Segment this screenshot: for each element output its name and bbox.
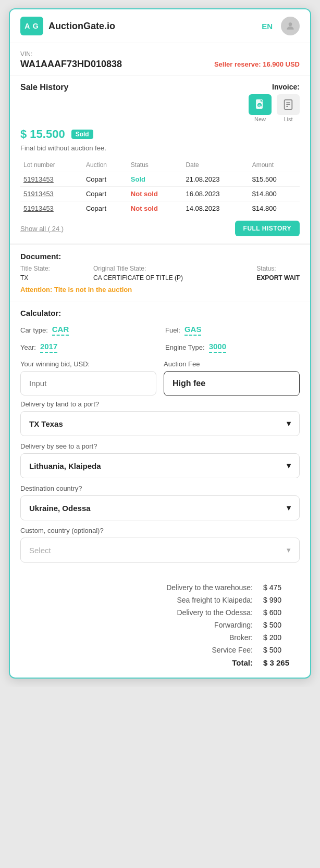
delivery-sea-label: Delivery by see to a port? — [20, 442, 300, 450]
lot-number[interactable]: 51913453 — [20, 172, 83, 187]
bid-row: $ 15.500 Sold — [20, 127, 300, 141]
show-all-link[interactable]: Show all ( 24 ) — [20, 225, 64, 233]
summary-row-label: Sea freight to Klaipeda: — [149, 596, 253, 604]
original-title-state-label: Original Title State: — [93, 265, 251, 272]
status-badge: Not sold — [128, 187, 183, 201]
status-badge: Not sold — [128, 201, 183, 216]
car-type-field: Car type: CAR — [20, 325, 155, 336]
chevron-down-icon-3: ▾ — [287, 503, 291, 513]
year-field: Year: 2017 — [20, 342, 155, 353]
sale-amount: $15.500 — [249, 172, 300, 187]
summary-row: Sea freight to Klaipeda: $ 990 — [20, 596, 300, 604]
document-title: Document: — [20, 252, 300, 261]
custom-placeholder: Select — [29, 546, 51, 555]
col-date: Date — [182, 159, 249, 172]
summary-row: Delivery to the warehouse: $ 475 — [20, 583, 300, 592]
title-state-value: TX — [20, 274, 88, 282]
delivery-land-label: Delivery by land to a port? — [20, 400, 300, 408]
bid-note: Final bid without auction fee. — [20, 144, 300, 152]
svg-text:$: $ — [259, 104, 261, 108]
summary-section: Delivery to the warehouse: $ 475 Sea fre… — [10, 576, 310, 678]
sale-date: 21.08.2023 — [182, 172, 249, 187]
destination-dropdown[interactable]: Ukraine, Odessa ▾ — [20, 495, 300, 520]
custom-dropdown[interactable]: Select ▾ — [20, 538, 300, 563]
summary-row-label: Service Fee: — [149, 646, 253, 654]
attention-text: Attention: Tite is not in the auction — [20, 286, 300, 293]
delivery-sea-dropdown[interactable]: Lithuania, Klaipeda ▾ — [20, 453, 300, 478]
header-right: EN — [262, 17, 300, 35]
fee-label: Auction Fee — [164, 360, 300, 368]
logo-box: A G — [20, 17, 43, 35]
full-history-button[interactable]: FULL HISTORY — [235, 221, 300, 236]
invoice-new-icon: $ — [249, 94, 272, 115]
car-type-label: Car type: — [20, 326, 48, 334]
summary-row-label: Broker: — [149, 633, 253, 642]
engine-type-label: Engine Type: — [165, 343, 205, 351]
summary-row: Broker: $ 200 — [20, 633, 300, 642]
invoice-new-button[interactable]: $ New — [249, 94, 272, 122]
vin-label: VIN: — [20, 50, 300, 58]
auction-name: Copart — [83, 187, 128, 201]
seller-reserve-value: 16.900 USD — [263, 60, 300, 68]
app-container: A G AuctionGate.io EN VIN: WA1AAAF73HD01… — [9, 8, 311, 679]
calculator-title: Calculator: — [20, 309, 300, 317]
logo-text: A G — [24, 22, 39, 30]
delivery-sea-section: Delivery by see to a port? Lithuania, Kl… — [20, 442, 300, 478]
fee-box: Auction Fee High fee — [164, 360, 300, 396]
destination-value: Ukraine, Odessa — [29, 504, 91, 513]
document-section: Document: Title State: Original Title St… — [10, 244, 310, 301]
sale-header-row: Sale History Invoice: $ New — [20, 83, 300, 122]
auction-name: Copart — [83, 172, 128, 187]
bid-input[interactable] — [20, 371, 156, 395]
invoice-buttons: $ New — [249, 94, 300, 122]
engine-type-value[interactable]: 3000 — [209, 342, 226, 353]
sale-title: Sale History — [20, 83, 68, 92]
fuel-value[interactable]: GAS — [184, 325, 202, 336]
summary-row-value: $ 600 — [263, 608, 300, 617]
engine-type-field: Engine Type: 3000 — [165, 342, 300, 353]
invoice-list-icon — [277, 94, 300, 115]
car-type-row: Car type: CAR Fuel: GAS — [20, 325, 300, 336]
status-badge: Sold — [128, 172, 183, 187]
lot-number[interactable]: 51913453 — [20, 201, 83, 216]
destination-section: Destination country? Ukraine, Odessa ▾ — [20, 484, 300, 520]
summary-row-value: $ 200 — [263, 633, 300, 642]
auction-name: Copart — [83, 201, 128, 216]
svg-point-0 — [289, 22, 292, 26]
summary-row-value: $ 500 — [263, 646, 300, 654]
original-title-state-value: CA CERTIFICATE OF TITLE (P) — [93, 274, 251, 282]
summary-row: Service Fee: $ 500 — [20, 646, 300, 654]
lot-number[interactable]: 51913453 — [20, 187, 83, 201]
delivery-land-value: TX Texas — [29, 419, 63, 428]
invoice-section: Invoice: $ New — [249, 83, 300, 122]
year-value[interactable]: 2017 — [40, 342, 57, 353]
delivery-land-dropdown[interactable]: TX Texas ▾ — [20, 411, 300, 436]
chevron-down-icon: ▾ — [287, 419, 291, 428]
invoice-list-button[interactable]: List — [277, 94, 300, 122]
summary-row-value: $ 990 — [263, 596, 300, 604]
doc-status-value: EXPORT WAIT — [256, 274, 300, 282]
doc-status-label: Status: — [256, 265, 300, 272]
col-auction: Auction — [83, 159, 128, 172]
language-selector[interactable]: EN — [262, 22, 273, 31]
sale-section: Sale History Invoice: $ New — [10, 75, 310, 244]
col-status: Status — [128, 159, 183, 172]
seller-reserve: Seller reserve: 16.900 USD — [214, 60, 300, 68]
summary-row: Delivery to the Odessa: $ 600 — [20, 608, 300, 617]
summary-row-label: Forwarding: — [149, 621, 253, 629]
sale-amount: $14.800 — [249, 201, 300, 216]
fuel-label: Fuel: — [165, 326, 180, 334]
car-type-value[interactable]: CAR — [52, 325, 69, 336]
vin-row: WA1AAAF73HD010838 Seller reserve: 16.900… — [20, 59, 300, 70]
summary-total-value: $ 3 265 — [263, 658, 300, 667]
chevron-down-icon-4: ▾ — [287, 545, 291, 555]
bid-input-box: Your winning bid, USD: — [20, 360, 156, 396]
summary-row-label: Delivery to the Odessa: — [149, 608, 253, 617]
brand-name: AuctionGate.io — [48, 21, 115, 32]
invoice-list-label: List — [284, 116, 292, 122]
sold-badge: Sold — [71, 130, 93, 139]
summary-row: Forwarding: $ 500 — [20, 621, 300, 629]
sale-date: 16.08.2023 — [182, 187, 249, 201]
avatar[interactable] — [281, 17, 300, 35]
fee-value: High fee — [164, 371, 300, 396]
